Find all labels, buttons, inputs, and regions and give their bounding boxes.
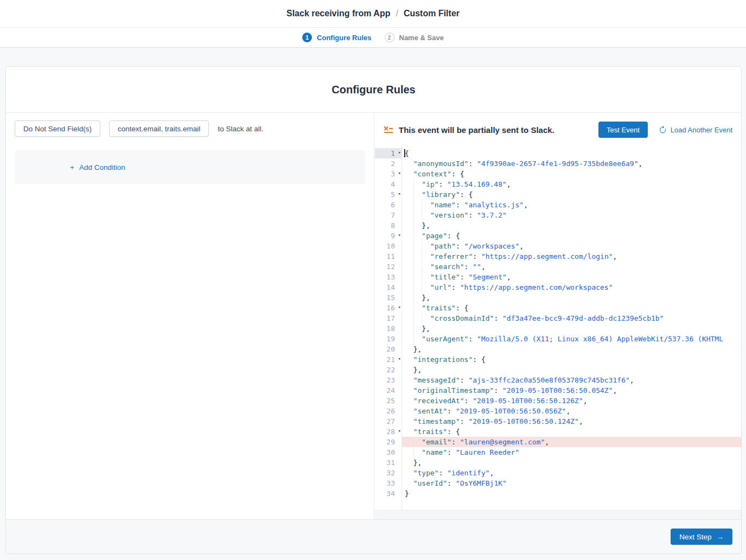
code-line[interactable]: 4 "ip": "13.54.169.48", (375, 179, 741, 189)
code-line[interactable]: 32 "type": "identify", (375, 468, 741, 478)
indent-guide (413, 272, 414, 282)
code-line[interactable]: 14 "url": "https://app.segment.com/works… (375, 282, 741, 292)
page: Slack receiving from App / Custom Filter… (0, 0, 746, 560)
code-line[interactable]: 23 "messageId": "ajs-33ffc2ac0a550e8f053… (375, 375, 741, 385)
step-name-and-save[interactable]: 2 Name & Save (385, 33, 444, 42)
code-token: : (464, 263, 473, 271)
code-line[interactable]: 28▾ "traits": { (375, 427, 741, 437)
test-event-button[interactable]: Test Event (598, 122, 648, 138)
code-token: "4f9390ae-2657-4fe1-9d95-735bde8ee6a9" (477, 160, 638, 168)
code-token: , (507, 180, 511, 188)
code-token: }, (405, 345, 422, 353)
fold-arrow-icon[interactable]: ▾ (398, 189, 401, 199)
code-token (405, 263, 430, 271)
filter-fields-button[interactable]: context.email, traits.email (109, 120, 209, 137)
code-token: : { (447, 428, 460, 436)
code-line[interactable]: 7 "version": "3.7.2" (375, 210, 741, 220)
code-line[interactable]: 19 "userAgent": "Mozilla/5.0 (X11; Linux… (375, 334, 741, 344)
fold-arrow-icon[interactable]: ▾ (398, 426, 401, 436)
fold-arrow-icon[interactable]: ▾ (398, 148, 401, 158)
code-line[interactable]: 9▾ "page": { (375, 231, 741, 241)
code-line[interactable]: 1▾{ (375, 148, 741, 158)
load-another-event-button[interactable]: Load Another Event (659, 126, 732, 134)
code-token (405, 417, 413, 425)
code-token (405, 407, 413, 415)
code-line[interactable]: 20 }, (375, 344, 741, 354)
code-token: "timestamp" (413, 417, 460, 425)
code-line[interactable]: 22 }, (375, 365, 741, 375)
filter-action-button[interactable]: Do Not Send Field(s) (15, 120, 100, 137)
code-line[interactable]: 15 }, (375, 292, 741, 303)
code-token: "Segment" (468, 273, 506, 281)
fold-arrow-icon[interactable]: ▾ (398, 230, 401, 240)
code-line[interactable]: 27 "timestamp": "2019-05-10T00:56:50.124… (375, 416, 741, 427)
line-number: 34 (375, 488, 402, 499)
line-number: 1▾ (375, 148, 402, 158)
line-number: 13 (375, 272, 402, 282)
code-line-content: "email": "lauren@segment.com", (402, 437, 741, 447)
editor-hscrollbar[interactable] (375, 510, 741, 519)
code-line[interactable]: 3▾ "context": { (375, 169, 741, 179)
code-token: "13.54.169.48" (447, 180, 507, 188)
code-line[interactable]: 11 "referrer": "https://app.segment.com/… (375, 251, 741, 262)
code-line-content: }, (402, 344, 741, 354)
code-line[interactable]: 5▾ "library": { (375, 189, 741, 200)
json-editor[interactable]: 1▾{2 "anonymousId": "4f9390ae-2657-4fe1-… (375, 146, 741, 510)
indent-guide (413, 447, 414, 457)
step-configure-rules[interactable]: 1 Configure Rules (302, 33, 371, 42)
card-footer: Next Step → (6, 519, 741, 553)
code-line[interactable]: 18 }, (375, 323, 741, 334)
code-token: }, (405, 459, 422, 467)
code-line[interactable]: 6 "name": "analytics.js", (375, 200, 741, 210)
code-token: : (494, 386, 502, 394)
code-line-content: "page": { (402, 231, 741, 241)
code-token (405, 386, 413, 394)
code-line[interactable]: 10 "path": "/workspaces", (375, 241, 741, 251)
fold-arrow-icon[interactable]: ▾ (398, 354, 401, 364)
event-status-text: This event will be partially sent to Sla… (399, 125, 554, 135)
code-token: : (468, 160, 477, 168)
code-token: "traits" (413, 428, 448, 436)
code-line[interactable]: 30 "name": "Lauren Reeder" (375, 447, 741, 457)
step-2-label: Name & Save (399, 34, 444, 42)
line-number: 17 (375, 313, 402, 323)
code-token: "receivedAt" (413, 397, 464, 405)
indent-guide (422, 200, 422, 210)
next-step-button[interactable]: Next Step → (671, 529, 732, 545)
code-token: : { (447, 232, 460, 240)
fold-arrow-icon[interactable]: ▾ (398, 302, 401, 313)
code-token: "2019-05-10T00:56:50.054Z" (502, 386, 613, 394)
code-line[interactable]: 26 "sentAt": "2019-05-10T00:56:50.056Z", (375, 406, 741, 416)
code-line[interactable]: 31 }, (375, 457, 741, 468)
configure-rules-card: Configure Rules Do Not Send Field(s) con… (5, 66, 742, 554)
code-token: "originalTimestamp" (413, 386, 494, 394)
add-condition-button[interactable]: + Add Condition (70, 163, 125, 171)
code-line[interactable]: 17 "crossDomainId": "df3a47ee-bcc9-479d-… (375, 313, 741, 323)
code-line-content: }, (402, 457, 741, 468)
fold-arrow-icon[interactable]: ▾ (398, 168, 401, 179)
code-line-content: "sentAt": "2019-05-10T00:56:50.056Z", (402, 406, 741, 416)
code-line[interactable]: 34} (375, 488, 741, 499)
code-line[interactable]: 29 "email": "lauren@segment.com", (375, 437, 741, 447)
code-line-content: }, (402, 323, 741, 334)
code-token: , (507, 273, 511, 281)
line-number: 12 (375, 262, 402, 272)
code-token: "userId" (413, 479, 448, 487)
code-token: "" (473, 263, 481, 271)
condition-suffix-text: to Slack at all. (218, 125, 263, 133)
code-line[interactable]: 21▾ "integrations": { (375, 354, 741, 365)
code-line[interactable]: 16▾ "traits": { (375, 303, 741, 313)
breadcrumb-parent[interactable]: Slack receiving from App (286, 9, 390, 18)
code-line[interactable]: 24 "originalTimestamp": "2019-05-10T00:5… (375, 385, 741, 396)
code-line[interactable]: 2 "anonymousId": "4f9390ae-2657-4fe1-9d9… (375, 158, 741, 169)
code-line[interactable]: 12 "search": "", (375, 262, 741, 272)
code-token: "email" (422, 438, 451, 446)
code-line[interactable]: 8 }, (375, 220, 741, 231)
code-line[interactable]: 25 "receivedAt": "2019-05-10T00:56:50.12… (375, 396, 741, 406)
code-line-content: "anonymousId": "4f9390ae-2657-4fe1-9d95-… (402, 158, 741, 169)
line-number: 24 (375, 385, 402, 396)
indent-guide (413, 292, 414, 303)
code-token (405, 469, 413, 477)
code-line[interactable]: 33 "userId": "OsY6MFBj1K" (375, 478, 741, 488)
code-line[interactable]: 13 "title": "Segment", (375, 272, 741, 282)
